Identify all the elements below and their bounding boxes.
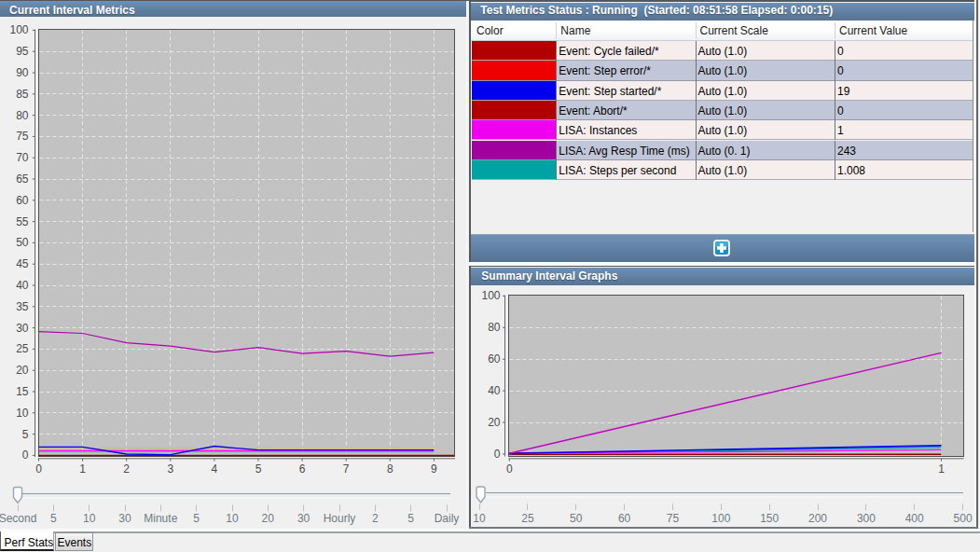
svg-text:2: 2 xyxy=(372,512,379,525)
svg-text:1: 1 xyxy=(79,462,86,476)
svg-text:Minute: Minute xyxy=(144,512,177,525)
svg-text:80: 80 xyxy=(16,109,29,122)
svg-text:30: 30 xyxy=(16,322,29,335)
svg-text:10: 10 xyxy=(226,512,239,525)
svg-text:35: 35 xyxy=(16,300,29,313)
svg-text:3: 3 xyxy=(167,462,173,476)
svg-text:6: 6 xyxy=(299,462,306,476)
svg-text:5: 5 xyxy=(407,512,414,525)
svg-text:Second: Second xyxy=(0,512,36,525)
svg-text:85: 85 xyxy=(16,88,29,101)
svg-text:0: 0 xyxy=(22,448,29,462)
svg-text:2: 2 xyxy=(123,462,130,476)
svg-text:25: 25 xyxy=(16,342,29,355)
svg-text:Hourly: Hourly xyxy=(324,512,356,525)
svg-text:10: 10 xyxy=(16,407,29,420)
svg-text:10: 10 xyxy=(83,512,96,525)
svg-text:60: 60 xyxy=(16,194,29,207)
svg-text:95: 95 xyxy=(16,45,29,58)
svg-text:55: 55 xyxy=(16,215,29,228)
svg-text:30: 30 xyxy=(297,512,311,525)
svg-text:90: 90 xyxy=(16,66,29,79)
svg-text:5: 5 xyxy=(22,428,29,441)
svg-text:70: 70 xyxy=(16,151,29,164)
svg-text:40: 40 xyxy=(16,279,29,292)
svg-text:20: 20 xyxy=(262,512,275,525)
svg-text:20: 20 xyxy=(16,364,29,377)
svg-text:15: 15 xyxy=(16,385,29,398)
svg-text:4: 4 xyxy=(212,462,218,476)
svg-text:5: 5 xyxy=(255,462,262,476)
svg-text:50: 50 xyxy=(16,236,29,249)
svg-text:45: 45 xyxy=(16,257,29,270)
svg-text:30: 30 xyxy=(118,512,131,525)
svg-text:75: 75 xyxy=(16,130,29,143)
svg-text:65: 65 xyxy=(16,172,29,186)
svg-text:8: 8 xyxy=(387,462,393,476)
svg-text:5: 5 xyxy=(193,512,200,525)
svg-text:Daily: Daily xyxy=(435,512,460,525)
svg-text:5: 5 xyxy=(50,512,57,525)
svg-text:9: 9 xyxy=(431,462,437,476)
svg-text:100: 100 xyxy=(9,23,28,36)
svg-text:0: 0 xyxy=(35,462,42,476)
svg-text:7: 7 xyxy=(343,462,350,476)
